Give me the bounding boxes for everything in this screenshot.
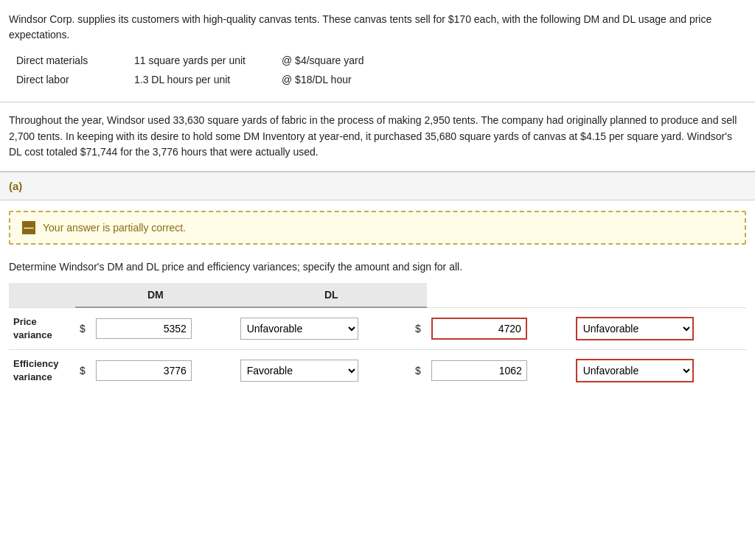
table-row: Efficiencyvariance$FavorableUnfavorable$… — [9, 349, 746, 391]
dl-value-input[interactable] — [431, 318, 527, 340]
dm-value-cell[interactable] — [91, 307, 236, 349]
dl-price: @ $18/DL hour — [282, 74, 352, 85]
variance-table-section: DM DL Pricevariance$FavorableUnfavorable… — [0, 283, 755, 406]
dm-dollar-sign: $ — [75, 307, 91, 349]
dm-value-cell[interactable] — [91, 349, 236, 391]
dl-sign-select[interactable]: FavorableUnfavorable — [576, 359, 694, 382]
materials-table: Direct materials 11 square yards per uni… — [16, 55, 746, 85]
dl-dollar-sign: $ — [411, 349, 427, 391]
dm-price: @ $4/square yard — [282, 55, 364, 66]
dm-sign-cell[interactable]: FavorableUnfavorable — [236, 349, 411, 391]
dl-label: Direct labor — [16, 74, 134, 85]
dl-value-cell[interactable] — [427, 349, 571, 391]
answer-icon: — — [22, 221, 35, 234]
th-dl: DL — [236, 283, 427, 307]
part-label: (a) — [9, 180, 22, 192]
direct-labor-row: Direct labor 1.3 DL hours per unit @ $18… — [16, 74, 746, 85]
second-paragraph-text: Throughout the year, Windsor used 33,630… — [9, 114, 737, 158]
dm-label: Direct materials — [16, 55, 134, 66]
dm-quantity: 11 square yards per unit — [134, 55, 282, 66]
dm-sign-select[interactable]: FavorableUnfavorable — [240, 360, 358, 382]
second-paragraph: Throughout the year, Windsor used 33,630… — [0, 102, 755, 172]
answer-notice-text: Your answer is partially correct. — [43, 222, 186, 234]
dl-quantity: 1.3 DL hours per unit — [134, 74, 282, 85]
dm-value-input[interactable] — [96, 360, 192, 381]
dl-dollar-sign: $ — [411, 307, 427, 349]
dl-sign-cell[interactable]: FavorableUnfavorable — [571, 307, 746, 349]
determine-text: Determine Windsor's DM and DL price and … — [9, 261, 462, 273]
intro-paragraph1: Windsor Corp. supplies its customers wit… — [9, 12, 746, 43]
intro-section: Windsor Corp. supplies its customers wit… — [0, 0, 755, 102]
table-row: Pricevariance$FavorableUnfavorable$Favor… — [9, 307, 746, 349]
dm-dollar-sign: $ — [75, 349, 91, 391]
row-label: Efficiencyvariance — [9, 349, 75, 391]
dl-sign-cell[interactable]: FavorableUnfavorable — [571, 349, 746, 391]
dl-value-input[interactable] — [431, 360, 527, 381]
th-empty — [9, 283, 75, 307]
row-label: Pricevariance — [9, 307, 75, 349]
dm-sign-cell[interactable]: FavorableUnfavorable — [236, 307, 411, 349]
direct-materials-row: Direct materials 11 square yards per uni… — [16, 55, 746, 66]
dl-sign-select[interactable]: FavorableUnfavorable — [576, 317, 694, 340]
th-dm: DM — [75, 283, 236, 307]
answer-notice-box: — Your answer is partially correct. — [9, 211, 746, 245]
dl-value-cell[interactable] — [427, 307, 571, 349]
dm-value-input[interactable] — [96, 318, 192, 339]
dm-sign-select[interactable]: FavorableUnfavorable — [240, 318, 358, 340]
determine-text-section: Determine Windsor's DM and DL price and … — [0, 255, 755, 283]
variance-table: DM DL Pricevariance$FavorableUnfavorable… — [9, 283, 746, 391]
part-label-section: (a) — [0, 172, 755, 200]
